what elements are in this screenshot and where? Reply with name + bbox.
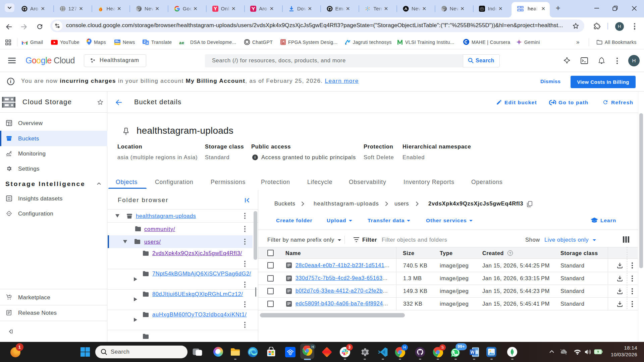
svg-text:ae: ae [179,40,184,45]
